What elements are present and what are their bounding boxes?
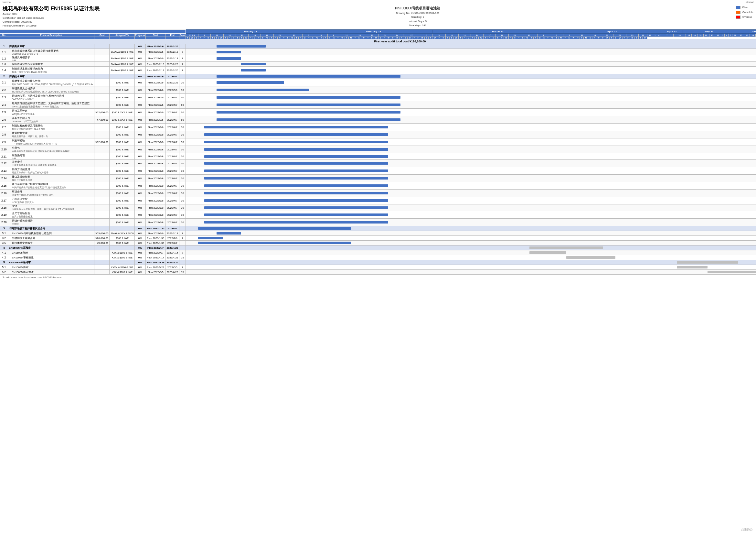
gantt-bar [217,57,241,60]
row-start: Plan 2023/2/6 [146,44,166,49]
row-days: 30 [179,160,186,167]
row-no: 2.11 [0,153,8,160]
row-desc: 焊后热处理NA# [8,153,94,160]
month-mar: March-23 [432,30,563,34]
row-end: 2023/4/7 [166,138,179,146]
row-no: 2 [0,74,8,79]
dow-d27: T [295,37,299,39]
day-apr-1: 2 [537,34,550,37]
row-assigned: $100 & IWE [110,131,135,138]
gantt-cell [185,226,756,231]
total-days: Total days: 141 [395,24,441,28]
row-assigned: BMAA & $100 & IWE [110,49,135,55]
sub-row: 3.2外聘焊接工程师合同¥20,000.00$100 & IWE0%Plan 2… [0,236,756,241]
row-assigned [110,74,135,79]
row-cost [94,94,110,101]
sub-row: 2.15离任车间或某已地方完成的焊缝车间焊缝调出焊接焊接 道道宽度2双 进行道道… [0,182,756,189]
day-mar-4: 11 [459,34,471,37]
day-jan-5: 16 [236,34,249,37]
row-desc: 焊缝质量及合格要求TIG 氩弧焊 DW21 电弧焊ISO 5817-C(2014… [8,86,94,94]
dow-d84: F [534,37,537,39]
sub-row: 2.4最高责任担位的焊接工艺规范、无损检测工艺规范、热处理工艺规范WPS52准确… [0,101,756,109]
row-assigned: $100 & IWE [110,205,135,211]
sub-row: 2.5焊接工艺评定WPQR工艺评定及准单¥12,000.00$100 & XXX… [0,109,756,116]
dow-d32: W [315,37,320,39]
dow-d28: F [299,37,303,39]
meta-info: Auditor: XXX Certification kick off Date… [3,12,99,28]
day-header-row: No. Process Description Cost Assigned To… [0,34,756,37]
day-jan-1: 31 1 4 [185,34,199,37]
row-cost: ¥12,000.00 [94,109,110,116]
row-cost [94,153,110,160]
row-start: Plan 2023/1/8 [146,175,166,182]
gantt-cell [185,260,756,265]
row-end: 2023/4/7 [166,211,179,219]
dow-d70: S [474,37,478,39]
row-cost: ¥5,000.00 [94,241,110,245]
day-feb-1: 3 [303,34,315,37]
dow-d78: F [508,37,512,39]
row-assigned [110,245,135,250]
row-progress: 0% [135,219,146,226]
dow-d56: F [416,37,420,39]
day-feb-7: 21 [378,34,391,37]
row-days: 7 [179,55,186,62]
row-end: 2023/4/7 [166,189,179,197]
row-cost [94,79,110,86]
legend-plan-label: Plan [742,6,747,10]
row-start: Plan 2023/6/5 [146,270,166,275]
gantt-bar [217,111,401,114]
dow-d67: F [462,37,466,39]
row-desc: 母材要求及焊接接头性能母材 S083 O H111 SUS304 焊材CE DB… [8,79,94,86]
day-may-2: 7 [661,34,673,37]
dow-no [0,37,8,39]
row-no: 3.5 [0,241,8,245]
row-end: 2023/4/7 [166,241,179,245]
auditor-info: Auditor: XXX [3,12,99,16]
row-desc: 离任车间或某已地方完成的焊缝车间焊缝调出焊接焊接 道道宽度2双 进行道道宽度控制 [8,182,94,189]
day-apr-6: 17 [601,34,613,37]
row-assigned: $100 & IWE [110,86,135,94]
row-desc: EN15085 体系终审 [8,260,94,265]
dow-d63: T [446,37,449,39]
row-days: 30 [179,138,186,146]
row-no: 2.3 [0,94,8,101]
row-desc: 质量控制管理焊接质量手册、焊接计划、频率计划 [8,131,94,138]
gantt-cell [185,138,756,146]
day-jun-2: 4 [725,34,729,37]
gantt-bar [204,148,389,151]
dow-d59: T [429,37,432,39]
row-no: 2.18 [0,205,8,211]
row-no: 2.8 [0,131,8,138]
legend-plan-box [736,6,741,9]
complete-info: Complete date: 2023/6/20 [3,20,99,24]
gantt-bar [566,256,615,259]
row-desc: EN15085 体系预审 [8,245,94,250]
row-progress: 0% [135,211,146,219]
month-header-row: January-23 February-23 March-23 April-23… [0,30,756,34]
row-end: 2023/4/7 [166,167,179,175]
row-days [179,226,186,231]
gantt-bar [529,251,566,254]
dow-d21: T [270,37,273,39]
row-end: 2023/4/7 [166,219,179,226]
dow-d57: M [420,37,424,39]
row-desc: 制造过程的标识及可追溯性标识全过程:可追溯性: 加工下料单 [8,124,94,131]
row-no: 4 [0,245,8,250]
row-days: 7 [179,67,186,74]
dow-d45: F [370,37,374,39]
row-desc: NDT无损验验人员资质 焊前、焊中、焊后验验记录 PT VT 架构验验 [8,205,94,211]
table-body: First year audit total cost ¥126,200.001… [0,39,756,275]
row-days [179,260,186,265]
gantt-bar [677,261,738,264]
legend-complete-label: Complete [742,10,753,14]
row-cost: ¥55,000.00 [94,231,110,236]
row-assigned: $100 & IWE [110,197,135,205]
gantt-cell [185,116,756,124]
dow-d19: S [261,37,265,39]
row-days: 7 [179,236,186,241]
sub-row: 2.10分承包合格供方列表 测材料证明 进材验验记录和近材料验验规程$100 &… [0,146,756,153]
dow-d52: T [399,37,403,39]
row-days: 30 [179,189,186,197]
dow-d6: M [206,37,211,39]
